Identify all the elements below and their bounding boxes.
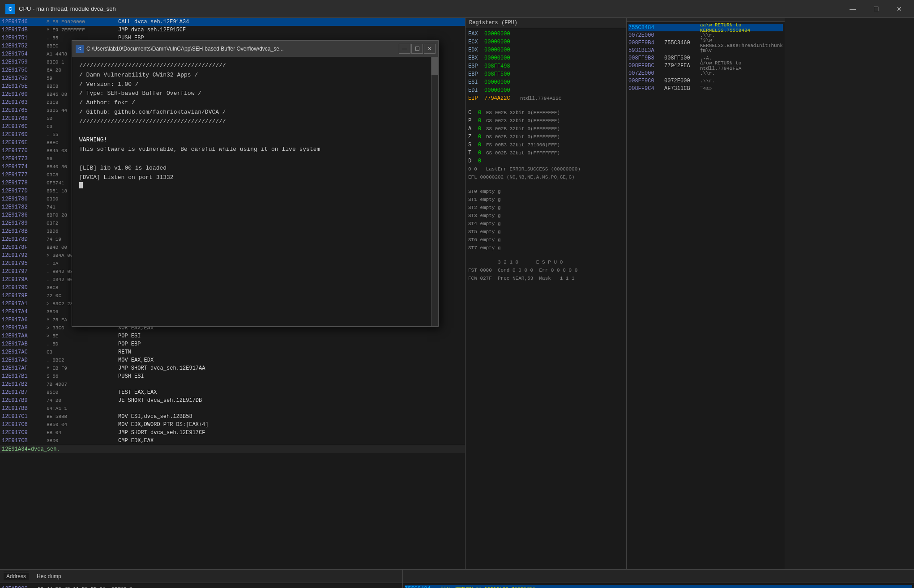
reg-name-eax: EAX bbox=[468, 31, 484, 37]
stack-bottom-content[interactable]: 755C8484 ää\w RETURN to KERNEL32.755C848… bbox=[403, 583, 914, 588]
disasm-row-49: 12E917C1BE 58BBMOV ESI,dvca_seh.12BB58 bbox=[0, 413, 465, 421]
popup-dvca-line: [DVCA] Listen on port 31332 bbox=[79, 173, 431, 183]
disasm-instr: TEST EAX,EAX bbox=[118, 389, 157, 396]
reg-fst-header: 3 2 1 0 E S P U O bbox=[468, 258, 624, 266]
popup-maximize[interactable]: ☐ bbox=[411, 44, 423, 54]
app-icon: C bbox=[5, 4, 15, 14]
disasm-addr: 12E91746 bbox=[2, 19, 47, 25]
disasm-addr: 12E9175C bbox=[2, 67, 47, 73]
disasm-instr: POP ESI bbox=[118, 333, 141, 339]
disasm-addr: 12E91797 bbox=[2, 268, 47, 275]
stack-bottom-header bbox=[403, 570, 914, 583]
dump-row-0: 12EAB000 5B 44 56 45 11 58 EB 01 EBCNS 8 bbox=[2, 585, 401, 588]
dump-tab-address[interactable]: Address bbox=[4, 572, 29, 580]
popup-line: ////////////////////////////////////////… bbox=[79, 117, 431, 127]
popup-controls: — ☐ ✕ bbox=[399, 44, 436, 54]
disasm-bytes: ^ EB F9 bbox=[47, 366, 118, 371]
disasm-addr: 12E91754 bbox=[2, 51, 47, 57]
stack-row-8: 008FF9C4 AF7311CB ¯4s» bbox=[628, 85, 783, 92]
disasm-addr: 12E917AF bbox=[2, 365, 47, 371]
disasm-addr: 12E9179A bbox=[2, 277, 47, 283]
disasm-addr: 12E91780 bbox=[2, 196, 47, 202]
popup-scrollbar[interactable] bbox=[431, 57, 438, 326]
reg-efl: EFL 00000202 (NO,NB,NE,A,NS,PO,GE,G) bbox=[468, 173, 624, 181]
popup-content[interactable]: ////////////////////////////////////////… bbox=[72, 57, 438, 326]
disasm-bytes: $ E8 E9020000 bbox=[47, 19, 118, 25]
disasm-addr: 12E91770 bbox=[2, 148, 47, 154]
disasm-addr: 12E9176C bbox=[2, 124, 47, 130]
reg-extra-eip: ntdll.7794A22C bbox=[520, 96, 561, 101]
minimize-button[interactable]: — bbox=[842, 3, 863, 15]
reg-edx: EDX 00000000 bbox=[468, 46, 624, 54]
reg-ecx: ECX 00000000 bbox=[468, 38, 624, 46]
disasm-bytes: $ 56 bbox=[47, 374, 118, 379]
dump-tab-hex[interactable]: Hex dump bbox=[34, 572, 64, 580]
stack-bottom-panel: 755C8484 ää\w RETURN to KERNEL32.755C848… bbox=[403, 570, 914, 588]
disasm-row-48: 12E917BB64:A1 1 bbox=[0, 405, 465, 413]
disasm-addr-label: 12E91A34=dvca_seh. bbox=[0, 445, 465, 453]
reg-flag-c: C 0 ES 002B 32bit 0(FFFFFFFF) bbox=[468, 109, 624, 117]
disasm-row-1: 12E9174B^ E9 7EFEFFFFJMP dvca_seh.12E915… bbox=[0, 26, 465, 34]
disasm-addr: 12E9177D bbox=[2, 188, 47, 194]
maximize-button[interactable]: ☐ bbox=[866, 3, 886, 15]
disasm-instr: CALL dvca_seh.12E91A34 bbox=[118, 19, 189, 25]
disasm-addr: 12E9176D bbox=[2, 132, 47, 138]
stack-row-0: 755C8484 ää\w RETURN to KERNEL32.755C848… bbox=[628, 24, 783, 31]
dump-hex-0: 5B 44 56 45 11 58 EB 01 EBCNS 8 bbox=[38, 586, 181, 588]
stack-content-top[interactable]: 755C8484 ää\w RETURN to KERNEL32.755C848… bbox=[627, 22, 785, 569]
stack-row-2: 008FF9B4 755C3460 *š\w KERNEL32.BaseThre… bbox=[628, 39, 783, 47]
popup-scroll-thumb[interactable] bbox=[431, 57, 438, 75]
popup-minimize[interactable]: — bbox=[399, 44, 410, 54]
reg-flag-a: A 0 SS 002B 32bit 0(FFFFFFFF) bbox=[468, 125, 624, 133]
disasm-addr: 12E917C6 bbox=[2, 422, 47, 428]
reg-name-edx: EDX bbox=[468, 47, 484, 53]
popup-warning-text: This software is vulnerable, Be careful … bbox=[79, 145, 431, 154]
cursor bbox=[79, 182, 83, 188]
disasm-addr: 12E91763 bbox=[2, 99, 47, 106]
disasm-row-40: 12E917AB. 5DPOP EBP bbox=[0, 340, 465, 348]
popup-app-icon: C bbox=[76, 45, 84, 53]
registers-header: Registers (FPU) bbox=[466, 18, 626, 28]
disasm-addr: 12E917B7 bbox=[2, 389, 47, 396]
popup-line: / Type: SEH-based Buffer Overflow / bbox=[79, 89, 431, 98]
disasm-addr: 12E91782 bbox=[2, 204, 47, 210]
disasm-panel: 12E91746$ E8 E9020000CALL dvca_seh.12E91… bbox=[0, 18, 466, 569]
disasm-addr: 12E917A4 bbox=[2, 309, 47, 315]
disasm-addr: 12E91773 bbox=[2, 156, 47, 162]
reg-st5: ST5 empty g bbox=[468, 228, 624, 236]
reg-ebp: EBP 008FF500 bbox=[468, 70, 624, 78]
popup-titlebar: C C:\Users\lab10\Documents\DamnVulnCApp\… bbox=[72, 41, 438, 57]
bottom-area: Address Hex dump 12EAB000 5B 44 56 45 11… bbox=[0, 569, 914, 588]
disasm-row-41: 12E917ACC3RETN bbox=[0, 348, 465, 356]
disasm-addr: 12E9178D bbox=[2, 236, 47, 243]
reg-flag-p: P 0 CS 0023 32bit 0(FFFFFFFF) bbox=[468, 117, 624, 125]
popup-close[interactable]: ✕ bbox=[424, 44, 436, 54]
reg-flag-s: S 0 FS 0053 32bit 731000(FFF) bbox=[468, 141, 624, 149]
popup-title: C:\Users\lab10\Documents\DamnVulnCApp\SE… bbox=[86, 46, 284, 52]
reg-val-edi: 00000000 bbox=[484, 87, 520, 94]
disasm-row-42: 12E917AD. 8BC2MOV EAX,EDX bbox=[0, 356, 465, 364]
reg-name-esp: ESP bbox=[468, 63, 484, 69]
disasm-addr: 12E91789 bbox=[2, 220, 47, 226]
disasm-addr: 12E9179F bbox=[2, 293, 47, 299]
dump-panel: Address Hex dump 12EAB000 5B 44 56 45 11… bbox=[0, 570, 403, 588]
main-layout: 12E91746$ E8 E9020000CALL dvca_seh.12E91… bbox=[0, 18, 914, 569]
disasm-addr: 12E9178F bbox=[2, 244, 47, 251]
disasm-bytes: 3BD0 bbox=[47, 438, 118, 443]
disasm-addr: 12E9174B bbox=[2, 27, 47, 33]
disasm-row-46: 12E917B785C0TEST EAX,EAX bbox=[0, 388, 465, 396]
disasm-addr: 12E917A8 bbox=[2, 325, 47, 331]
reg-name-ecx: ECX bbox=[468, 39, 484, 45]
registers-panel: Registers (FPU) EAX 00000000 ECX 0000000… bbox=[466, 18, 627, 569]
dump-content[interactable]: 12EAB000 5B 44 56 45 11 58 EB 01 EBCNS 8… bbox=[0, 583, 402, 588]
popup-line: / Author: fokt / bbox=[79, 98, 431, 108]
reg-st7: ST7 empty g bbox=[468, 244, 624, 252]
disasm-addr: 12E91795 bbox=[2, 260, 47, 267]
disasm-addr: 12E917AA bbox=[2, 333, 47, 339]
disasm-addr: 12E917AB bbox=[2, 341, 47, 347]
disasm-instr: JMP SHORT dvca_seh.12E917AA bbox=[118, 365, 205, 371]
reg-st0: ST0 empty g bbox=[468, 187, 624, 196]
reg-st6: ST6 empty g bbox=[468, 236, 624, 244]
disasm-addr: 12E917A1 bbox=[2, 301, 47, 307]
close-button[interactable]: ✕ bbox=[889, 3, 910, 15]
